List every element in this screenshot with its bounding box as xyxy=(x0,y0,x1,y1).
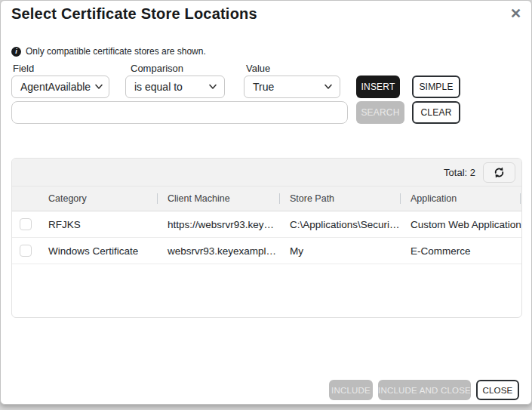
field-select[interactable]: AgentAvailable xyxy=(11,76,109,98)
row-checkbox[interactable] xyxy=(20,245,32,257)
include-button[interactable]: INCLUDE xyxy=(329,380,373,400)
query-input[interactable] xyxy=(11,101,348,124)
table-toolbar: Total: 2 xyxy=(12,159,521,187)
refresh-icon xyxy=(493,166,506,179)
comparison-select-value: is equal to xyxy=(134,81,183,93)
info-text: Only compatible certificate stores are s… xyxy=(26,46,206,57)
cell-client-machine: websrvr93.keyexample… xyxy=(157,245,279,257)
close-button[interactable]: CLOSE xyxy=(476,380,519,400)
comparison-select[interactable]: is equal to xyxy=(125,76,225,98)
certificate-stores-table: Total: 2 Category Client Machine Store P… xyxy=(11,158,522,318)
value-select[interactable]: True xyxy=(244,76,340,98)
cell-store-path: C:\Applications\Securit… xyxy=(279,219,400,230)
close-icon[interactable]: ✕ xyxy=(510,5,521,22)
column-header-client-machine[interactable]: Client Machine xyxy=(157,193,279,204)
select-certificate-store-locations-dialog: Select Certificate Store Locations ✕ i O… xyxy=(0,0,532,405)
column-header-category[interactable]: Category xyxy=(38,193,157,204)
value-label: Value xyxy=(246,63,270,74)
insert-button[interactable]: INSERT xyxy=(356,76,400,98)
cell-category: RFJKS xyxy=(38,219,157,230)
include-and-close-button[interactable]: INCLUDE AND CLOSE xyxy=(378,380,471,400)
clear-button[interactable]: CLEAR xyxy=(412,101,460,124)
search-button[interactable]: SEARCH xyxy=(356,101,404,124)
total-count: Total: 2 xyxy=(444,167,475,178)
chevron-down-icon xyxy=(209,84,217,90)
cell-client-machine: https://websrvr93.keye… xyxy=(157,219,279,230)
table-row[interactable]: RFJKS https://websrvr93.keye… C:\Applica… xyxy=(12,211,521,238)
row-checkbox[interactable] xyxy=(20,218,32,230)
cell-application: Custom Web Application xyxy=(400,219,521,230)
chevron-down-icon xyxy=(324,84,332,90)
info-banner: i Only compatible certificate stores are… xyxy=(11,46,206,57)
comparison-label: Comparison xyxy=(131,63,183,74)
dialog-title: Select Certificate Store Locations xyxy=(11,5,257,23)
column-header-application[interactable]: Application xyxy=(400,193,521,204)
table-row[interactable]: Windows Certificate websrvr93.keyexample… xyxy=(12,238,521,264)
chevron-down-icon xyxy=(95,84,103,90)
table-header-row: Category Client Machine Store Path Appli… xyxy=(12,187,521,211)
field-select-value: AgentAvailable xyxy=(20,81,91,93)
cell-category: Windows Certificate xyxy=(38,245,157,257)
dialog-footer: INCLUDE INCLUDE AND CLOSE CLOSE xyxy=(329,380,519,400)
refresh-button[interactable] xyxy=(483,162,515,183)
cell-application: E-Commerce xyxy=(400,245,521,257)
field-label: Field xyxy=(13,63,34,74)
simple-button[interactable]: SIMPLE xyxy=(412,76,460,98)
value-select-value: True xyxy=(253,81,274,93)
cell-store-path: My xyxy=(279,245,400,257)
info-icon: i xyxy=(11,47,21,57)
column-header-store-path[interactable]: Store Path xyxy=(279,193,400,204)
